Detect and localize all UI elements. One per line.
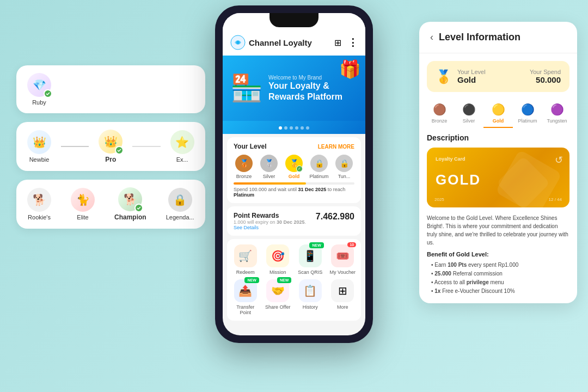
- benefit-1: • Earn 100 Pts every spent Rp1.000: [427, 261, 569, 270]
- level-section: Your Level LEARN MORE 🥉 Bronze 🥈 Silver …: [227, 137, 361, 203]
- action-scan-qris[interactable]: 📱 NEW Scan QRIS: [296, 244, 324, 275]
- bronze-tab-icon: 🟤: [433, 103, 446, 116]
- gold-loyalty-card: Loyalty Card ↺ GOLD 2025 12 / 44: [427, 148, 569, 207]
- scan-qris-label: Scan QRIS: [298, 270, 322, 275]
- gold-info-left: 🥇 Your Level Gold: [436, 69, 486, 84]
- gold-level-label: Your Level: [457, 69, 486, 75]
- newbie-avatar: 👑: [27, 130, 51, 154]
- history-icon: 📋: [299, 279, 322, 302]
- expert-avatar: ⭐: [170, 130, 194, 154]
- banner-content: Welcome to My Brand Your Loyalty & Rewar…: [268, 75, 358, 101]
- benefit-3: • Access to all privilege menu: [427, 278, 569, 287]
- point-sub: 1.000 will expiry on 30 Dec 2025. See De…: [234, 219, 316, 230]
- tungsten-label-sm: Tun...: [338, 174, 351, 179]
- loyalty-banner: 🏪 Welcome to My Brand Your Loyalty & Rew…: [223, 56, 365, 121]
- action-share-offer[interactable]: 🤝 NEW Share Offer: [264, 279, 292, 315]
- tab-platinum[interactable]: 🔵 Platinum: [513, 100, 542, 128]
- svg-point-1: [236, 41, 240, 44]
- phone-screen: Channel Loyalty ⊞ ⋮ 🏪 Welcome to My Bran…: [223, 13, 365, 335]
- legendary-label: Legenda...: [166, 214, 194, 220]
- learn-more-btn[interactable]: LEARN MORE: [318, 144, 354, 150]
- gold-level-value: Gold: [457, 75, 486, 84]
- silver-level: 🥈 Silver: [259, 155, 279, 179]
- connector-1: [61, 146, 89, 147]
- voucher-badge: 10: [347, 242, 356, 247]
- panel-title: Level Information: [439, 32, 520, 43]
- header-left: Channel Loyalty: [230, 35, 312, 50]
- tab-tungsten[interactable]: 🟣 Tungsten: [542, 100, 572, 128]
- tab-gold[interactable]: 🟡 Gold: [483, 100, 513, 128]
- back-button[interactable]: ‹: [430, 32, 433, 43]
- redeem-icon: 🛒: [234, 244, 257, 267]
- expert-level-item: ⭐ Ex...: [170, 130, 194, 163]
- point-value: 7.462.980: [316, 212, 354, 222]
- gold-medal-icon: 🥇: [436, 69, 452, 84]
- tungsten-tab-label: Tungsten: [547, 118, 567, 124]
- voucher-icon: 🎟️ 10: [331, 244, 354, 267]
- app-logo-icon: [230, 35, 246, 50]
- dot-6: [306, 126, 309, 130]
- action-mission[interactable]: 🎯 Mission: [264, 244, 292, 275]
- silver-badge: 🥈: [260, 155, 278, 172]
- dot-1: [279, 126, 282, 130]
- action-my-voucher[interactable]: 🎟️ 10 My Voucher: [329, 244, 357, 275]
- point-rewards-section: Point Rewards 1.000 will expiry on 30 De…: [227, 206, 361, 236]
- app-title: Channel Loyalty: [249, 38, 312, 47]
- level-section-title: Your Level: [234, 143, 266, 150]
- redeem-label: Redeem: [236, 270, 255, 275]
- expert-label: Ex...: [176, 156, 188, 163]
- pro-label: Pro: [105, 156, 116, 163]
- gold-spend-info: Your Spend 50.000: [530, 69, 561, 84]
- ruby-check: [44, 89, 52, 98]
- benefit-4: • 1x Free e-Voucher Discount 10%: [427, 287, 569, 296]
- share-offer-icon: 🤝 NEW: [266, 279, 289, 302]
- gold-label-sm: Gold: [289, 174, 300, 179]
- scan-qris-icon: 📱 NEW: [299, 244, 322, 267]
- actions-grid: 🛒 Redeem 🎯 Mission 📱 NEW Scan QRIS 🎟️ 10: [227, 239, 361, 321]
- bronze-badge: 🥉: [235, 155, 253, 172]
- history-label: History: [303, 304, 318, 310]
- more-icon[interactable]: ⋮: [348, 36, 358, 48]
- level-info-panel: ‹ Level Information 🥇 Your Level Gold Yo…: [419, 22, 577, 303]
- legendary-level-item: 🔒 Legenda...: [166, 188, 194, 220]
- action-redeem[interactable]: 🛒 Redeem: [231, 244, 260, 275]
- gold-check-sm: ✓: [296, 166, 303, 172]
- point-title: Point Rewards: [234, 212, 316, 219]
- pro-level-item: 👑 Pro: [99, 130, 122, 163]
- description-title: Description: [427, 133, 569, 142]
- more-grid-icon: ⊞: [331, 279, 354, 302]
- banner-dots-row: [223, 121, 365, 134]
- transfer-new-badge: NEW: [244, 277, 259, 283]
- tab-silver[interactable]: ⚫ Silver: [454, 100, 483, 128]
- dot-4: [295, 126, 298, 130]
- see-details-link[interactable]: See Details: [234, 225, 259, 230]
- platinum-tab-label: Platinum: [518, 118, 537, 124]
- tab-bronze[interactable]: 🟤 Bronze: [425, 100, 454, 128]
- elite-label: Elite: [77, 214, 88, 220]
- action-more[interactable]: ⊞ More: [329, 279, 357, 315]
- pro-check: [115, 146, 124, 155]
- header-icons: ⊞ ⋮: [334, 36, 358, 48]
- rookie-label: Rookie's: [28, 214, 51, 220]
- bronze-level: 🥉 Bronze: [234, 155, 254, 179]
- phone-device: Channel Loyalty ⊞ ⋮ 🏪 Welcome to My Bran…: [215, 5, 373, 343]
- platinum-badge: 🔒: [310, 155, 328, 172]
- description-section: Description Loyalty Card ↺ GOLD 2025 12 …: [419, 133, 577, 303]
- rookie-level-item: 🐕 Rookie's: [27, 188, 51, 220]
- qr-icon[interactable]: ⊞: [334, 38, 341, 48]
- transfer-label: Transfer Point: [231, 304, 260, 315]
- card-label: Loyalty Card: [436, 156, 561, 162]
- gold-info-card: 🥇 Your Level Gold Your Spend 50.000: [427, 61, 569, 92]
- bronze-label-sm: Bronze: [236, 174, 252, 179]
- more-label: More: [337, 304, 348, 310]
- silver-label-sm: Silver: [263, 174, 275, 179]
- banner-illustration: 🏪: [230, 73, 263, 103]
- tungsten-badge: 🔒: [335, 155, 353, 172]
- share-new-badge: NEW: [277, 277, 291, 283]
- action-transfer[interactable]: 📤 NEW Transfer Point: [231, 279, 260, 315]
- action-history[interactable]: 📋 History: [296, 279, 324, 315]
- platinum-tab-icon: 🔵: [521, 103, 535, 116]
- champion-avatar: 🐕: [118, 187, 142, 211]
- dot-3: [290, 126, 293, 130]
- platinum-label-sm: Platinum: [309, 174, 328, 179]
